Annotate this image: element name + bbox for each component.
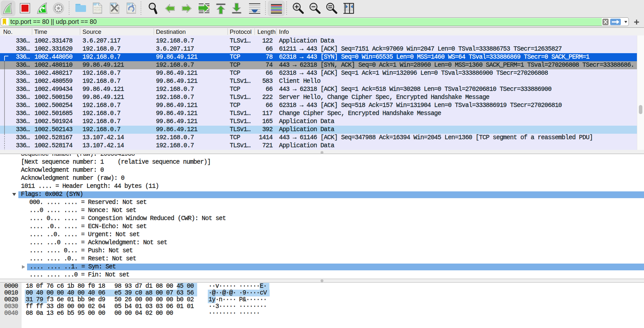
svg-text:01110: 01110 <box>128 11 135 14</box>
svg-text:01110: 01110 <box>94 11 102 14</box>
